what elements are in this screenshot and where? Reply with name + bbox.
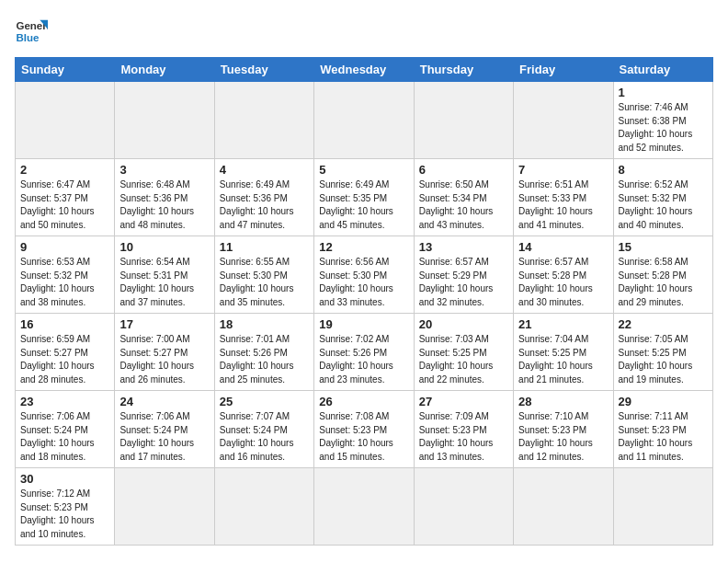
day-number: 6: [419, 163, 508, 177]
day-info: Sunrise: 6:51 AM Sunset: 5:33 PM Dayligh…: [518, 178, 608, 232]
weekday-header-thursday: Thursday: [414, 58, 513, 82]
day-number: 30: [20, 472, 109, 486]
week-row-4: 23Sunrise: 7:06 AM Sunset: 5:24 PM Dayli…: [16, 391, 713, 468]
day-cell: 27Sunrise: 7:09 AM Sunset: 5:23 PM Dayli…: [414, 391, 513, 468]
day-info: Sunrise: 6:53 AM Sunset: 5:32 PM Dayligh…: [20, 256, 109, 309]
day-number: 26: [319, 395, 408, 408]
day-number: 14: [518, 240, 608, 254]
weekday-header-sunday: Sunday: [16, 58, 115, 82]
weekday-header-saturday: Saturday: [613, 58, 712, 82]
day-cell: [414, 468, 513, 546]
day-info: Sunrise: 6:48 AM Sunset: 5:36 PM Dayligh…: [119, 178, 209, 232]
day-number: 4: [220, 163, 309, 177]
day-info: Sunrise: 7:05 AM Sunset: 5:25 PM Dayligh…: [619, 333, 708, 386]
day-info: Sunrise: 7:04 AM Sunset: 5:25 PM Dayligh…: [518, 333, 608, 386]
day-cell: 7Sunrise: 6:51 AM Sunset: 5:33 PM Daylig…: [514, 159, 613, 236]
day-info: Sunrise: 6:57 AM Sunset: 5:29 PM Dayligh…: [419, 256, 508, 309]
week-row-3: 16Sunrise: 6:59 AM Sunset: 5:27 PM Dayli…: [16, 314, 713, 391]
day-cell: 22Sunrise: 7:05 AM Sunset: 5:25 PM Dayli…: [613, 314, 712, 391]
day-cell: [613, 468, 712, 546]
day-info: Sunrise: 7:06 AM Sunset: 5:24 PM Dayligh…: [20, 410, 109, 464]
day-cell: [414, 82, 513, 159]
page: General Blue SundayMondayTuesdayWednesda…: [0, 0, 728, 560]
day-number: 18: [220, 317, 309, 331]
day-cell: 1Sunrise: 7:46 AM Sunset: 6:38 PM Daylig…: [613, 82, 712, 159]
day-cell: [514, 82, 613, 159]
day-number: 2: [20, 163, 109, 177]
day-info: Sunrise: 6:47 AM Sunset: 5:37 PM Dayligh…: [20, 178, 109, 232]
day-cell: 13Sunrise: 6:57 AM Sunset: 5:29 PM Dayli…: [414, 236, 513, 314]
day-number: 17: [119, 317, 209, 331]
day-cell: 6Sunrise: 6:50 AM Sunset: 5:34 PM Daylig…: [414, 159, 513, 236]
day-cell: 11Sunrise: 6:55 AM Sunset: 5:30 PM Dayli…: [214, 236, 313, 314]
day-number: 20: [419, 317, 508, 331]
weekday-header-row: SundayMondayTuesdayWednesdayThursdayFrid…: [16, 58, 713, 82]
day-info: Sunrise: 7:02 AM Sunset: 5:26 PM Dayligh…: [319, 333, 408, 386]
day-cell: 4Sunrise: 6:49 AM Sunset: 5:36 PM Daylig…: [214, 159, 313, 236]
day-info: Sunrise: 7:07 AM Sunset: 5:24 PM Dayligh…: [220, 410, 309, 464]
week-row-1: 2Sunrise: 6:47 AM Sunset: 5:37 PM Daylig…: [16, 159, 713, 236]
day-cell: 25Sunrise: 7:07 AM Sunset: 5:24 PM Dayli…: [214, 391, 313, 468]
week-row-5: 30Sunrise: 7:12 AM Sunset: 5:23 PM Dayli…: [16, 468, 713, 546]
day-info: Sunrise: 7:46 AM Sunset: 6:38 PM Dayligh…: [619, 101, 708, 155]
day-number: 22: [619, 317, 708, 331]
day-info: Sunrise: 7:06 AM Sunset: 5:24 PM Dayligh…: [119, 410, 209, 464]
day-number: 29: [619, 395, 708, 408]
day-cell: 15Sunrise: 6:58 AM Sunset: 5:28 PM Dayli…: [613, 236, 712, 314]
day-info: Sunrise: 7:10 AM Sunset: 5:23 PM Dayligh…: [518, 410, 608, 464]
day-cell: 8Sunrise: 6:52 AM Sunset: 5:32 PM Daylig…: [613, 159, 712, 236]
day-cell: 19Sunrise: 7:02 AM Sunset: 5:26 PM Dayli…: [314, 314, 414, 391]
weekday-header-tuesday: Tuesday: [214, 58, 313, 82]
day-number: 5: [319, 163, 408, 177]
day-number: 13: [419, 240, 508, 254]
day-cell: 28Sunrise: 7:10 AM Sunset: 5:23 PM Dayli…: [514, 391, 613, 468]
day-number: 1: [619, 86, 708, 99]
day-number: 10: [119, 240, 209, 254]
day-cell: [214, 82, 313, 159]
day-cell: 21Sunrise: 7:04 AM Sunset: 5:25 PM Dayli…: [514, 314, 613, 391]
day-info: Sunrise: 6:59 AM Sunset: 5:27 PM Dayligh…: [20, 333, 109, 386]
day-number: 12: [319, 240, 408, 254]
day-cell: 30Sunrise: 7:12 AM Sunset: 5:23 PM Dayli…: [16, 468, 115, 546]
day-info: Sunrise: 6:55 AM Sunset: 5:30 PM Dayligh…: [220, 256, 309, 309]
day-cell: 16Sunrise: 6:59 AM Sunset: 5:27 PM Dayli…: [16, 314, 115, 391]
logo: General Blue: [15, 15, 51, 48]
day-info: Sunrise: 6:49 AM Sunset: 5:36 PM Dayligh…: [220, 178, 309, 232]
day-cell: 2Sunrise: 6:47 AM Sunset: 5:37 PM Daylig…: [16, 159, 115, 236]
day-cell: 10Sunrise: 6:54 AM Sunset: 5:31 PM Dayli…: [115, 236, 214, 314]
day-info: Sunrise: 6:49 AM Sunset: 5:35 PM Dayligh…: [319, 178, 408, 232]
day-cell: [115, 468, 214, 546]
day-number: 15: [619, 240, 708, 254]
day-cell: 23Sunrise: 7:06 AM Sunset: 5:24 PM Dayli…: [16, 391, 115, 468]
day-number: 16: [20, 317, 109, 331]
day-cell: [514, 468, 613, 546]
day-number: 28: [518, 395, 608, 408]
day-number: 25: [220, 395, 309, 408]
day-cell: [115, 82, 214, 159]
day-info: Sunrise: 6:52 AM Sunset: 5:32 PM Dayligh…: [619, 178, 708, 232]
day-info: Sunrise: 7:08 AM Sunset: 5:23 PM Dayligh…: [319, 410, 408, 464]
day-number: 27: [419, 395, 508, 408]
day-cell: 5Sunrise: 6:49 AM Sunset: 5:35 PM Daylig…: [314, 159, 414, 236]
day-cell: 29Sunrise: 7:11 AM Sunset: 5:23 PM Dayli…: [613, 391, 712, 468]
day-cell: 24Sunrise: 7:06 AM Sunset: 5:24 PM Dayli…: [115, 391, 214, 468]
day-number: 21: [518, 317, 608, 331]
day-info: Sunrise: 7:00 AM Sunset: 5:27 PM Dayligh…: [119, 333, 209, 386]
day-info: Sunrise: 7:11 AM Sunset: 5:23 PM Dayligh…: [619, 410, 708, 464]
weekday-header-monday: Monday: [115, 58, 214, 82]
day-info: Sunrise: 6:50 AM Sunset: 5:34 PM Dayligh…: [419, 178, 508, 232]
day-info: Sunrise: 6:57 AM Sunset: 5:28 PM Dayligh…: [518, 256, 608, 309]
day-info: Sunrise: 7:01 AM Sunset: 5:26 PM Dayligh…: [220, 333, 309, 386]
day-cell: 18Sunrise: 7:01 AM Sunset: 5:26 PM Dayli…: [214, 314, 313, 391]
day-cell: 17Sunrise: 7:00 AM Sunset: 5:27 PM Dayli…: [115, 314, 214, 391]
day-number: 7: [518, 163, 608, 177]
generalblue-logo-icon: General Blue: [15, 15, 48, 48]
day-number: 11: [220, 240, 309, 254]
day-info: Sunrise: 6:56 AM Sunset: 5:30 PM Dayligh…: [319, 256, 408, 309]
day-cell: 14Sunrise: 6:57 AM Sunset: 5:28 PM Dayli…: [514, 236, 613, 314]
day-cell: 9Sunrise: 6:53 AM Sunset: 5:32 PM Daylig…: [16, 236, 115, 314]
weekday-header-wednesday: Wednesday: [314, 58, 414, 82]
day-cell: 3Sunrise: 6:48 AM Sunset: 5:36 PM Daylig…: [115, 159, 214, 236]
day-info: Sunrise: 7:12 AM Sunset: 5:23 PM Dayligh…: [20, 488, 109, 541]
day-number: 24: [119, 395, 209, 408]
